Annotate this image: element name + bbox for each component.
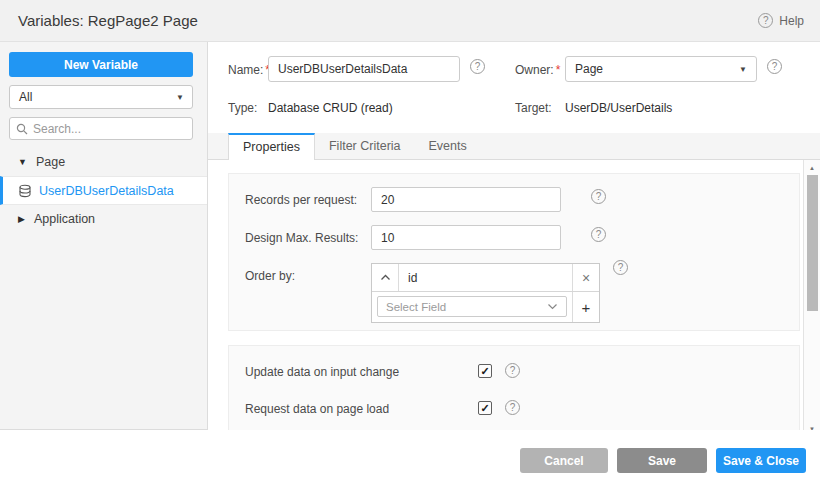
design-max-results-label: Design Max. Results:: [245, 231, 358, 245]
order-by-help-icon[interactable]: ?: [613, 260, 628, 275]
variable-detail-panel: Name:* ? Owner:* Page ▼ ? Type: Database…: [208, 42, 820, 437]
dialog-header: Variables: RegPage2 Page ? Help: [0, 0, 820, 42]
request-data-label: Request data on page load: [245, 402, 389, 416]
properties-tab-content: Records per request: ? Design Max. Resul…: [208, 160, 820, 437]
select-field-placeholder: Select Field: [386, 301, 446, 313]
scroll-up-arrow-icon[interactable]: ▲: [804, 165, 820, 171]
tab-properties[interactable]: Properties: [228, 133, 315, 160]
variable-filter-value: All: [19, 90, 32, 104]
order-by-row: id ×: [372, 264, 599, 292]
search-icon: [16, 123, 28, 135]
variable-filter-select[interactable]: All ▼: [9, 85, 193, 109]
remove-order-field-button[interactable]: ×: [572, 264, 599, 291]
name-label: Name:*: [228, 63, 270, 77]
tree-item-selected-label: UserDBUserDetailsData: [39, 184, 174, 198]
select-field-dropdown[interactable]: Select Field: [377, 296, 567, 317]
order-by-label: Order by:: [245, 269, 295, 283]
chevron-down-icon: ▼: [739, 65, 747, 74]
request-data-checkbox[interactable]: ✓: [478, 401, 492, 415]
order-by-widget: id × Select Field +: [371, 263, 600, 323]
order-by-field-value: id: [399, 264, 572, 291]
records-per-request-help-icon[interactable]: ?: [591, 189, 606, 204]
chevron-up-icon: [380, 274, 391, 281]
variable-search[interactable]: [9, 117, 193, 140]
add-order-field-button[interactable]: +: [572, 292, 599, 322]
variables-sidebar: New Variable All ▼ ▼ Page UserDBUserDeta…: [0, 42, 208, 430]
cancel-button[interactable]: Cancel: [520, 448, 608, 473]
update-data-help-icon[interactable]: ?: [505, 363, 520, 378]
owner-select[interactable]: Page ▼: [565, 56, 757, 82]
request-data-help-icon[interactable]: ?: [505, 400, 520, 415]
help-icon: ?: [758, 13, 773, 28]
help-link[interactable]: ? Help: [758, 13, 804, 28]
variables-tree: ▼ Page UserDBUserDetailsData ▶ Applicati…: [0, 148, 207, 233]
detail-tabs: Properties Filter Criteria Events: [208, 133, 820, 160]
add-order-field-row: Select Field +: [372, 292, 599, 322]
chevron-down-icon: ▼: [176, 93, 184, 102]
owner-value: Page: [575, 62, 603, 76]
save-button[interactable]: Save: [617, 448, 707, 473]
update-data-label: Update data on input change: [245, 365, 399, 379]
tree-item-selected-variable[interactable]: UserDBUserDetailsData: [0, 176, 207, 205]
tree-group-application[interactable]: ▶ Application: [0, 205, 207, 233]
vertical-scrollbar[interactable]: ▲ ▼: [803, 160, 820, 437]
tab-events[interactable]: Events: [415, 133, 481, 160]
name-input[interactable]: [268, 56, 460, 82]
records-per-request-input[interactable]: [371, 187, 561, 212]
data-settings-panel: Records per request: ? Design Max. Resul…: [228, 173, 800, 331]
update-data-checkbox[interactable]: ✓: [478, 364, 492, 378]
database-variable-icon: [18, 184, 32, 198]
behavior-panel: Update data on input change ✓ ? Request …: [228, 345, 800, 436]
chevron-down-icon: [547, 303, 558, 310]
name-help-icon[interactable]: ?: [470, 59, 485, 74]
records-per-request-label: Records per request:: [245, 193, 357, 207]
design-max-results-help-icon[interactable]: ?: [591, 227, 606, 242]
required-marker: *: [556, 63, 561, 77]
tree-group-application-label: Application: [34, 212, 95, 226]
target-value: UserDB/UserDetails: [565, 101, 672, 115]
tab-filter-criteria[interactable]: Filter Criteria: [315, 133, 415, 160]
target-label: Target:: [515, 101, 552, 115]
caret-right-icon: ▶: [18, 214, 25, 224]
type-value: Database CRUD (read): [268, 101, 393, 115]
tree-group-page-label: Page: [36, 155, 65, 169]
tree-group-page[interactable]: ▼ Page: [0, 148, 207, 176]
owner-help-icon[interactable]: ?: [767, 59, 782, 74]
help-label: Help: [779, 14, 804, 28]
design-max-results-input[interactable]: [371, 225, 561, 250]
type-label: Type:: [228, 101, 257, 115]
search-input[interactable]: [33, 122, 173, 136]
save-and-close-button[interactable]: Save & Close: [716, 448, 806, 473]
scrollbar-thumb[interactable]: [807, 175, 818, 311]
dialog-footer: Cancel Save Save & Close: [0, 430, 820, 486]
dialog-title: Variables: RegPage2 Page: [18, 12, 198, 29]
caret-down-icon: ▼: [18, 157, 27, 167]
sort-ascending-button[interactable]: [372, 264, 399, 291]
owner-label: Owner:*: [515, 63, 560, 77]
new-variable-button[interactable]: New Variable: [9, 52, 193, 77]
